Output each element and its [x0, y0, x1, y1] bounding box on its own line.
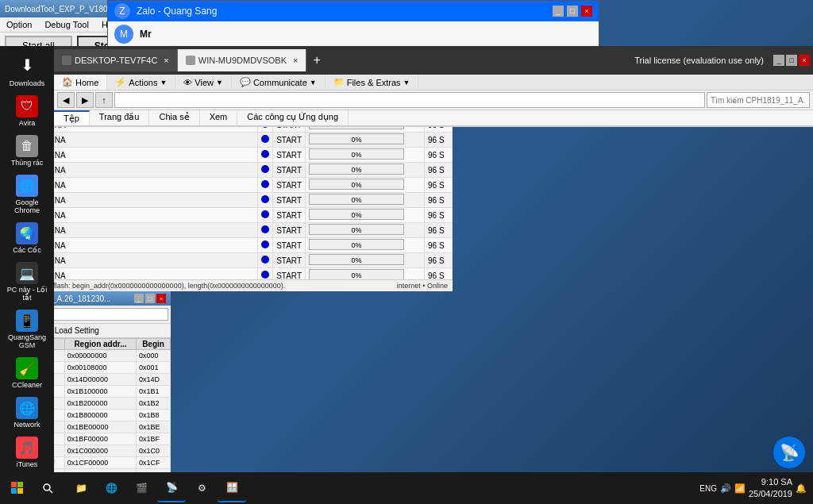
sidebar-item-network[interactable]: 🌐 Network [2, 394, 52, 432]
port-dot-8 [258, 208, 273, 223]
port-progress-8: 0% [306, 208, 425, 223]
sidebar-item-thung-rac[interactable]: 🗑 Thùng rác [2, 132, 52, 170]
taskbar-teamviewer[interactable]: 📡 [157, 474, 186, 502]
port-row-6: 6 NA + NA START 0% 96 S [1, 178, 453, 193]
tab-label-win: WIN-MU9DMDVSOBK [198, 56, 287, 65]
menu-option[interactable]: Option [3, 19, 35, 30]
taskbar-settings[interactable]: ⚙ [187, 474, 216, 502]
files-chevron: ▼ [403, 79, 410, 87]
port-dot-9 [258, 223, 273, 238]
quangsang-icon: 📱 [16, 310, 38, 332]
port-dot-6 [258, 178, 273, 193]
file-op-tabs: Tệp Trang đầu Chia sẻ Xem Các công cụ Ứn… [54, 110, 813, 126]
tab-close-win[interactable]: × [293, 56, 298, 65]
port-progress-10: 0% [306, 238, 425, 253]
port-size-6: 96 S [425, 178, 453, 193]
tab-label-desktop: DESKTOP-TEV7F4C [75, 56, 157, 65]
zalo-maximize-btn[interactable]: □ [567, 6, 578, 17]
sidebar-item-ccleaner[interactable]: 🧹 CCleaner [2, 354, 52, 392]
nav-back-btn[interactable]: ◀ [57, 92, 75, 108]
file-tab-chiase[interactable]: Chia sẻ [149, 110, 199, 125]
ribbon-tab-files[interactable]: 📁 Files & Extras ▼ [326, 75, 419, 90]
desktop: ⬇ Downloads 🛡 Avira 🗑 Thùng rác 🌐 Google… [0, 0, 813, 504]
zalo-minimize-btn[interactable]: _ [553, 6, 564, 17]
port-name-5: NA + NA [32, 163, 258, 178]
cph-region-2: 0x14D00000 [64, 374, 136, 386]
sidebar-label-coc-coc: Các Cốc [13, 246, 41, 254]
nav-forward-btn[interactable]: ▶ [76, 92, 94, 108]
left-sidebar: ⬇ Downloads 🛡 Avira 🗑 Thùng rác 🌐 Google… [0, 46, 54, 472]
zalo-contact-row: M Mr [108, 21, 599, 47]
taskbar-media[interactable]: 🎬 [127, 474, 156, 502]
taskbar-winstore[interactable]: 🪟 [218, 474, 246, 502]
svg-rect-2 [11, 488, 17, 494]
port-name-11: NA + NA [32, 253, 258, 268]
port-status-12: START [273, 268, 306, 280]
sidebar-item-downloads[interactable]: ⬇ Downloads [2, 49, 52, 90]
sidebar-item-avira[interactable]: 🛡 Avira [2, 92, 52, 130]
main-minimize-btn[interactable]: _ [773, 55, 784, 66]
port-name-3: NA + NA [32, 133, 258, 148]
ribbon-tab-actions[interactable]: ⚡ Actions ▼ [107, 75, 175, 90]
downloads-icon: ⬇ [14, 52, 40, 78]
port-progress-12: 0% [306, 268, 425, 280]
file-tab-trangdau[interactable]: Trang đầu [90, 110, 150, 125]
svg-line-5 [49, 490, 52, 493]
start-button[interactable] [3, 474, 32, 502]
address-bar-row: ◀ ▶ ↑ « CPH1819_ ... > CPH1819_11_A.26_1… [54, 90, 813, 110]
file-tab-congu[interactable]: Các công cụ Ứng dụng [237, 110, 349, 125]
sidebar-item-quangsang[interactable]: 📱 QuangSang GSM [2, 306, 52, 352]
port-row-12: 12 NA + NA START 0% 96 S [1, 268, 453, 280]
taskbar-notification-icon[interactable]: 🔔 [796, 483, 807, 494]
taskbar-browser[interactable]: 🌐 [97, 474, 125, 502]
port-row-5: 5 NA + NA START 0% 96 S [1, 163, 453, 178]
browser-tab-desktop[interactable]: DESKTOP-TEV7F4C × [54, 49, 178, 71]
ribbon-tabs: 🏠 Home ⚡ Actions ▼ 👁 View ▼ 💬 Communicat… [54, 75, 813, 90]
ribbon-tab-communicate[interactable]: 💬 Communicate ▼ [232, 75, 326, 90]
sidebar-item-chrome[interactable]: 🌐 Google Chrome [2, 171, 52, 217]
load-op-input[interactable]: F:\CPH1819_11_A.09_1810... [36, 308, 168, 321]
new-tab-btn[interactable]: + [306, 51, 326, 70]
address-bar[interactable]: « CPH1819_ ... > CPH1819_11_A.26_181230_… [114, 92, 705, 108]
sidebar-item-coc-coc[interactable]: 🌏 Các Cốc [2, 219, 52, 257]
zalo-contact-avatar: M [114, 25, 133, 44]
sidebar-item-pc[interactable]: 💻 PC này - Lối tắt [2, 259, 52, 305]
sidebar-item-itunes[interactable]: 🎵 iTunes [2, 433, 52, 471]
cph-region-5: 0x1B800000 [64, 410, 136, 421]
cph-maximize-btn[interactable]: □ [145, 294, 155, 303]
trash-icon: 🗑 [16, 135, 38, 157]
file-tab-xem[interactable]: Xem [200, 110, 238, 125]
coccoc-icon: 🌏 [16, 222, 38, 244]
cph-minimize-btn[interactable]: _ [134, 294, 144, 303]
taskbar-date-text: 25/04/2019 [749, 488, 792, 500]
chrome-icon: 🌐 [16, 175, 38, 197]
menu-debug[interactable]: Debug Tool [41, 19, 91, 30]
port-dot-12 [258, 268, 273, 280]
ribbon-tab-view[interactable]: 👁 View ▼ [175, 75, 232, 90]
teamviewer-floating-btn[interactable]: 📡 [773, 437, 805, 468]
communicate-chevron: ▼ [310, 79, 317, 87]
port-row-3: 3 NA + NA START 0% 96 S [1, 133, 453, 148]
tab-close-desktop[interactable]: × [164, 56, 168, 65]
port-row-9: 9 NA + NA START 0% 96 S [1, 223, 453, 238]
port-row-7: 7 NA + NA START 0% 96 S [1, 193, 453, 208]
nav-up-btn[interactable]: ↑ [95, 92, 113, 108]
ribbon-tab-home[interactable]: 🏠 Home [54, 75, 107, 90]
main-restore-btn[interactable]: □ [786, 55, 797, 66]
port-size-12: 96 S [425, 268, 453, 280]
port-row-11: 11 NA + NA START 0% 96 S [1, 253, 453, 268]
file-tab-tep[interactable]: Tệp [54, 110, 90, 125]
taskbar-file-explorer[interactable]: 📁 [67, 474, 95, 502]
taskbar-search-btn[interactable] [33, 474, 62, 502]
port-progress-9: 0% [306, 223, 425, 238]
port-status-11: START [273, 253, 306, 268]
cph-col-region: Region addr... [64, 339, 136, 350]
cph-begin-6: 0x1BE [137, 421, 171, 433]
port-status-5: START [273, 163, 306, 178]
port-name-6: NA + NA [32, 178, 258, 193]
search-bar[interactable] [707, 92, 810, 108]
main-close-btn[interactable]: × [799, 55, 810, 66]
zalo-close-btn[interactable]: × [581, 6, 592, 17]
cph-close-btn[interactable]: × [156, 294, 166, 303]
browser-tab-win[interactable]: WIN-MU9DMDVSOBK × [178, 49, 307, 71]
